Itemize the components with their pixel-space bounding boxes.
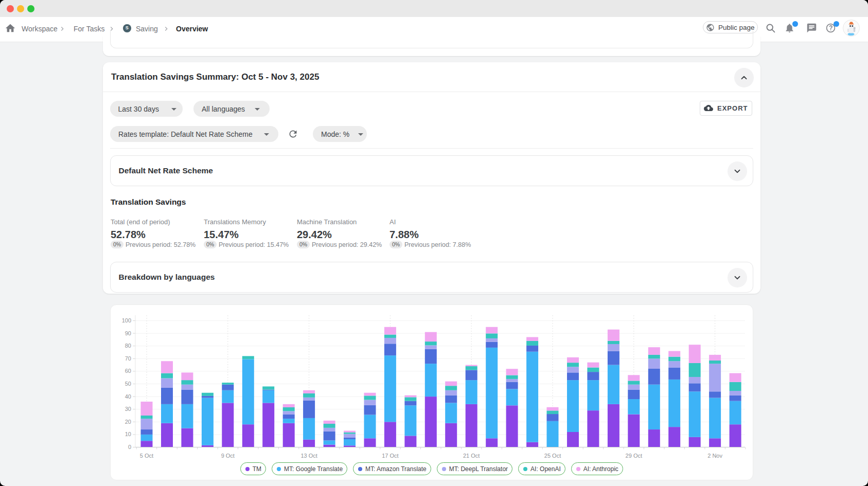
svg-text:70: 70 <box>125 355 131 362</box>
svg-text:90: 90 <box>125 330 131 336</box>
svg-text:10: 10 <box>125 431 131 437</box>
svg-text:9 Oct: 9 Oct <box>221 453 235 459</box>
svg-text:2 Nov: 2 Nov <box>707 453 722 459</box>
svg-text:5 Oct: 5 Oct <box>140 453 153 459</box>
svg-text:20: 20 <box>125 419 131 425</box>
svg-text:0: 0 <box>128 444 131 450</box>
svg-text:25 Oct: 25 Oct <box>544 453 561 459</box>
svg-text:40: 40 <box>125 393 131 400</box>
svg-text:80: 80 <box>125 343 131 349</box>
svg-text:60: 60 <box>125 368 131 374</box>
svg-text:29 Oct: 29 Oct <box>626 453 642 459</box>
svg-text:30: 30 <box>125 406 131 412</box>
svg-text:13 Oct: 13 Oct <box>300 453 317 459</box>
svg-text:50: 50 <box>125 381 131 387</box>
svg-text:100: 100 <box>122 317 131 323</box>
svg-text:17 Oct: 17 Oct <box>382 453 398 459</box>
svg-text:21 Oct: 21 Oct <box>463 453 480 459</box>
